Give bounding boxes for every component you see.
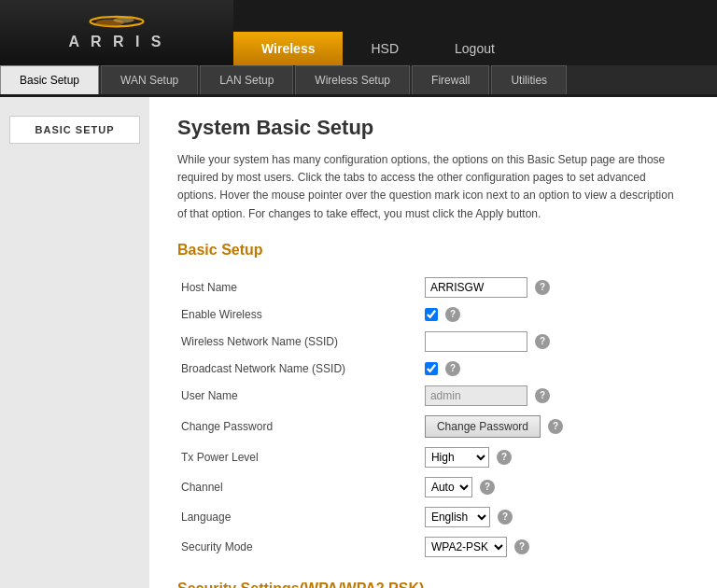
nav-wireless[interactable]: Wireless [233,32,343,65]
broadcast-checkbox[interactable] [425,362,438,375]
enable-wireless-checkbox[interactable] [425,308,438,321]
ssid-label: Wireless Network Name (SSID) [177,327,421,357]
channel-help-icon[interactable]: ? [480,480,495,495]
page-title: System Basic Setup [177,116,689,140]
svg-point-2 [113,18,134,23]
security-mode-row: Security Mode WPA2-PSK WPA-PSK WEP None … [177,532,689,562]
tab-wireless-setup[interactable]: Wireless Setup [295,65,410,94]
tab-basic-setup[interactable]: Basic Setup [0,65,99,94]
arris-swoosh-icon [89,15,145,34]
change-pw-help-icon[interactable]: ? [548,419,563,434]
ssid-help-icon[interactable]: ? [535,334,550,349]
sub-nav: Basic Setup WAN Setup LAN Setup Wireless… [0,65,717,97]
enable-wireless-help-icon[interactable]: ? [445,307,460,322]
ssid-row: Wireless Network Name (SSID) ? [177,327,689,357]
security-mode-select[interactable]: WPA2-PSK WPA-PSK WEP None [425,537,507,557]
tx-power-select[interactable]: High Medium Low [425,447,489,468]
arris-text: A R R I S [69,34,165,50]
main-content: BASIC SETUP System Basic Setup While you… [0,97,717,588]
logo-section: A R R I S [0,0,233,65]
tab-firewall[interactable]: Firewall [412,65,489,94]
broadcast-help-icon[interactable]: ? [445,361,460,376]
enable-wireless-row: Enable Wireless ? [177,302,689,327]
arris-logo: A R R I S [69,15,165,50]
nav-hsd[interactable]: HSD [343,32,427,65]
basic-setup-form: Host Name ? Enable Wireless ? [177,273,689,562]
content-area: System Basic Setup While your system has… [149,97,717,588]
basic-setup-title: Basic Setup [177,242,689,259]
language-help-icon[interactable]: ? [498,510,513,525]
sidebar-label: BASIC SETUP [9,116,140,144]
change-pw-label: Change Password [177,411,421,442]
channel-label: Channel [177,472,421,502]
security-settings-title: Security Settings(WPA/WPA2 PSK) [177,581,689,588]
host-name-input[interactable] [425,277,527,298]
channel-row: Channel Auto 123 611 ? [177,472,689,502]
enable-wireless-label: Enable Wireless [177,302,421,327]
change-pw-row: Change Password Change Password ? [177,411,689,442]
security-mode-help-icon[interactable]: ? [514,539,529,554]
tx-power-row: Tx Power Level High Medium Low ? [177,442,689,472]
language-label: Language [177,502,421,532]
top-nav: Wireless HSD Logout [233,0,717,65]
ssid-input[interactable] [425,331,527,352]
user-name-help-icon[interactable]: ? [535,388,550,403]
host-name-label: Host Name [177,273,421,302]
broadcast-label: Broadcast Network Name (SSID) [177,357,421,381]
tx-power-label: Tx Power Level [177,442,421,472]
user-name-row: User Name ? [177,381,689,411]
tab-lan-setup[interactable]: LAN Setup [200,65,293,94]
language-row: Language English Spanish French ? [177,502,689,532]
header: A R R I S Wireless HSD Logout [0,0,717,65]
tx-power-help-icon[interactable]: ? [497,450,512,465]
security-mode-label: Security Mode [177,532,421,562]
sidebar: BASIC SETUP [0,97,149,588]
change-password-button[interactable]: Change Password [425,415,541,438]
user-name-label: User Name [177,381,421,411]
tab-utilities[interactable]: Utilities [491,65,567,94]
broadcast-row: Broadcast Network Name (SSID) ? [177,357,689,381]
page-description: While your system has many configuration… [177,151,682,223]
host-name-help-icon[interactable]: ? [535,280,550,295]
language-select[interactable]: English Spanish French [425,507,490,527]
user-name-input [425,385,527,406]
nav-logout[interactable]: Logout [427,32,523,65]
channel-select[interactable]: Auto 123 611 [425,477,472,497]
tab-wan-setup[interactable]: WAN Setup [101,65,198,94]
host-name-row: Host Name ? [177,273,689,302]
